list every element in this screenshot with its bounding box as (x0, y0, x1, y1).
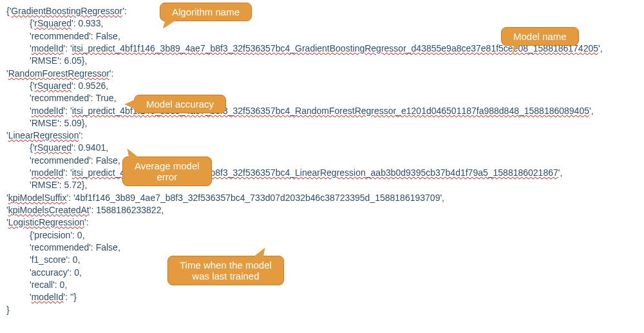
algo-key-lr: LinearRegression (8, 130, 79, 140)
key-recommended: recommended (32, 155, 90, 166)
val-rsquared: 0.9526 (78, 81, 106, 91)
key-recommended: recommended (32, 242, 90, 252)
key-modelid: modelId (32, 292, 64, 302)
key-recall: recall (32, 280, 53, 290)
val-rsquared: 0.9401 (78, 142, 106, 153)
key-rmse: RMSE (32, 55, 57, 66)
key-rsquared: rSquared (34, 142, 71, 153)
val-kpi-created: 1588186233822 (96, 205, 161, 215)
key-kpi-created: kpiModelsCreatedAt (8, 205, 90, 215)
val-rmse: 6.05 (64, 55, 82, 66)
callout-text: Model accuracy (146, 99, 214, 109)
val-rmse: 5.72 (64, 180, 82, 190)
key-rmse: RMSE (32, 180, 57, 190)
key-kpi-suffix: kpiModelSuffix (8, 193, 67, 203)
val-f1: 0 (73, 254, 78, 265)
key-modelid: modelId (32, 106, 64, 116)
callout-text-line1: Average model (135, 160, 200, 171)
key-modelid: modelId (32, 167, 64, 178)
algo-key-rfr: RandomForestRegressor (8, 68, 109, 79)
val-recommended: False (96, 155, 118, 166)
val-recall: 0 (60, 280, 65, 290)
callout-time-trained: Time when the model was last trained (167, 256, 284, 285)
callout-text-line1: Time when the model (180, 260, 272, 271)
val-rsquared: 0.933 (78, 18, 100, 28)
val-recommended: False (96, 31, 118, 41)
key-recommended: recommended (32, 93, 90, 103)
key-rmse: RMSE (32, 118, 57, 128)
algo-key-gbr: GradientBoostingRegressor (11, 6, 122, 16)
val-precision: 0 (77, 230, 82, 240)
val-kpi-suffix: 4bf1f146_3b89_4ae7_b8f3_32f536357bc4_733… (75, 193, 440, 203)
key-modelid: modelId (32, 43, 64, 53)
key-precision: precision (34, 230, 70, 240)
close-brace: } (6, 304, 638, 316)
callout-model-name: Model name (501, 27, 579, 46)
callout-average-error: Average model error (122, 157, 212, 186)
val-accuracy: 0 (74, 267, 79, 278)
callout-algorithm-name: Algorithm name (160, 3, 252, 21)
callout-model-accuracy: Model accuracy (134, 95, 226, 113)
callout-text-line2: was last trained (192, 271, 259, 281)
val-rmse: 5.09 (64, 118, 82, 128)
algo-key-log: LogisticRegression (8, 217, 84, 227)
key-f1: f1_score (32, 254, 66, 265)
val-recommended: True (95, 93, 113, 103)
callout-text: Algorithm name (172, 6, 240, 17)
callout-text-line2: error (156, 171, 177, 182)
key-rsquared: rSquared (34, 81, 71, 91)
callout-text: Model name (513, 31, 567, 42)
val-recommended: False (96, 242, 118, 252)
key-accuracy: accuracy (32, 267, 68, 278)
key-recommended: recommended (32, 31, 90, 41)
json-output: {'GradientBoostingRegressor': {'rSquared… (6, 5, 638, 316)
key-rsquared: rSquared (34, 18, 71, 28)
